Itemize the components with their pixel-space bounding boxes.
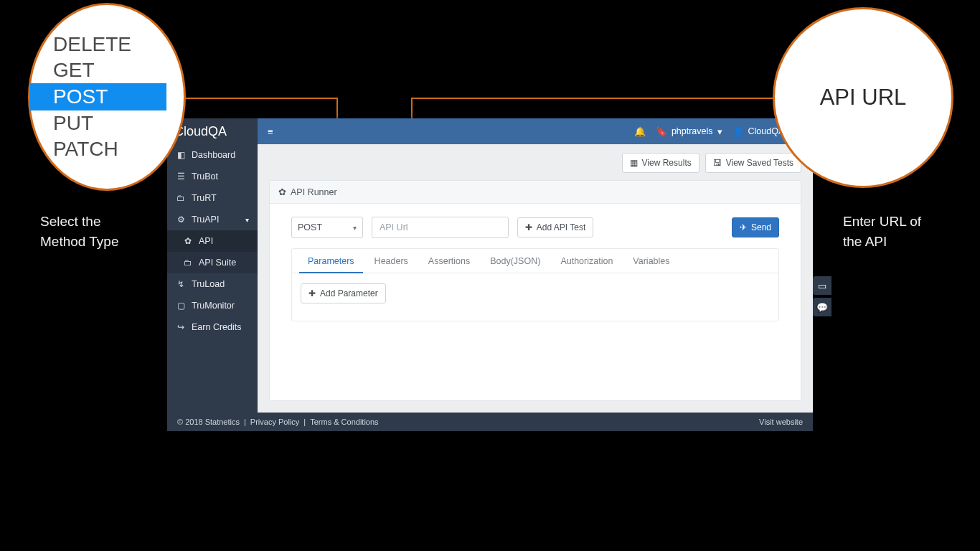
sidebar-label: Dashboard [192, 150, 235, 160]
notifications-button[interactable]: 🔔 [634, 126, 646, 137]
annotation-method: Select the Method Type [40, 212, 162, 251]
api-runner-panel: ✿ API Runner POST ▾ ✚Add API Test [269, 180, 801, 401]
app-window: CloudQA ◧Dashboard ☰TruBot 🗀TruRT ⚙TruAP… [167, 118, 813, 431]
calendar-icon: ▦ [630, 158, 638, 168]
btn-label: Add Parameter [320, 288, 378, 298]
gear-icon: ✿ [183, 236, 193, 246]
method-callout-circle: DELETE GET POST PUT PATCH [28, 3, 186, 191]
sidebar-item-truload[interactable]: ↯TruLoad [167, 273, 258, 295]
tab-headers[interactable]: Headers [366, 249, 417, 273]
share-arrow-icon: ↪ [176, 322, 186, 332]
save-icon: 🖫 [713, 158, 722, 168]
note-icon: ▭ [818, 281, 826, 291]
gear-icon: ✿ [278, 187, 286, 197]
view-results-button[interactable]: ▦View Results [622, 153, 699, 173]
sidebar-item-api[interactable]: ✿API [167, 230, 258, 252]
request-config-panel: Parameters Headers Assertions Body(JSON)… [291, 248, 779, 321]
tab-parameters[interactable]: Parameters [299, 249, 363, 273]
method-value: POST [298, 222, 322, 232]
sidebar-label: TruBot [192, 171, 218, 182]
monitor-icon: ▢ [176, 301, 186, 311]
tab-variables[interactable]: Variables [624, 249, 678, 273]
footer-visit-link[interactable]: Visit website [759, 418, 803, 426]
bell-icon: 🔔 [634, 126, 646, 137]
footer-copyright: © 2018 Statnetics [177, 418, 240, 426]
footer: © 2018 Statnetics | Privacy Policy | Ter… [167, 413, 813, 431]
side-tab-notes[interactable]: ▭ [813, 276, 831, 295]
sidebar: CloudQA ◧Dashboard ☰TruBot 🗀TruRT ⚙TruAP… [167, 118, 258, 413]
briefcase-icon: 🗀 [176, 193, 186, 203]
tab-body-json[interactable]: Body(JSON) [481, 249, 549, 273]
sidebar-item-truapi[interactable]: ⚙TruAPI▾ [167, 209, 258, 230]
connector-line [411, 98, 781, 99]
tab-assertions[interactable]: Assertions [420, 249, 479, 273]
sidebar-item-trurt[interactable]: 🗀TruRT [167, 187, 258, 209]
user-icon: 👤 [732, 126, 744, 137]
project-name: phptravels [672, 126, 713, 136]
menu-toggle-button[interactable]: ≡ [268, 126, 273, 137]
chat-icon: 💬 [816, 302, 828, 313]
method-option-post: POST [30, 83, 166, 110]
sidebar-label: TruMonitor [192, 301, 235, 311]
btn-label: Send [751, 222, 771, 232]
url-callout-circle: API URL [773, 7, 953, 188]
connector-line [185, 98, 337, 99]
add-parameter-button[interactable]: ✚Add Parameter [301, 283, 386, 303]
sidebar-item-earn-credits[interactable]: ↪Earn Credits [167, 316, 258, 338]
tab-authorization[interactable]: Authorization [552, 249, 621, 273]
view-saved-tests-button[interactable]: 🖫View Saved Tests [705, 153, 801, 173]
sidebar-label: Earn Credits [192, 322, 241, 332]
sidebar-item-trubot[interactable]: ☰TruBot [167, 166, 258, 187]
http-method-select[interactable]: POST ▾ [291, 217, 363, 238]
sidebar-label: TruRT [192, 193, 217, 203]
sidebar-item-trumonitor[interactable]: ▢TruMonitor [167, 295, 258, 316]
sidebar-label: TruAPI [192, 215, 219, 225]
caret-down-icon: ▾ [353, 224, 357, 232]
method-option-get: GET [53, 57, 184, 83]
chevron-down-icon: ▾ [245, 216, 249, 224]
sidebar-label: API [199, 236, 213, 246]
btn-label: View Saved Tests [726, 158, 793, 168]
btn-label: Add API Test [537, 222, 586, 232]
sidebar-item-api-suite[interactable]: 🗀API Suite [167, 252, 258, 273]
sidebar-label: API Suite [199, 258, 236, 268]
suite-icon: 🗀 [183, 258, 193, 268]
annotation-url: Enter URL of the API [843, 212, 965, 251]
send-icon: ✈ [740, 222, 747, 232]
sidebar-label: TruLoad [192, 279, 225, 289]
side-float-tabs: ▭ 💬 [813, 276, 831, 316]
plus-icon: ✚ [525, 222, 532, 232]
project-switcher[interactable]: 🔖phptravels ▾ [656, 126, 722, 137]
add-api-test-button[interactable]: ✚Add API Test [517, 217, 594, 237]
chevron-down-icon: ▾ [717, 126, 722, 137]
method-option-patch: PATCH [53, 136, 184, 162]
footer-privacy-link[interactable]: Privacy Policy [250, 418, 299, 426]
method-option-delete: DELETE [53, 32, 184, 57]
method-option-put: PUT [53, 110, 184, 136]
url-callout-label: API URL [820, 85, 907, 110]
side-tab-chat[interactable]: 💬 [813, 298, 831, 316]
btn-label: View Results [642, 158, 692, 168]
bookmark-icon: 🔖 [656, 126, 667, 137]
list-icon: ☰ [176, 171, 186, 182]
send-button[interactable]: ✈Send [732, 217, 779, 237]
panel-title: ✿ API Runner [270, 181, 801, 204]
plus-icon: ✚ [308, 288, 316, 298]
share-icon: ⚙ [176, 215, 186, 225]
panel-title-text: API Runner [291, 187, 337, 197]
api-url-input[interactable] [372, 217, 509, 238]
bolt-icon: ↯ [176, 279, 186, 289]
topbar: ≡ 🔔 🔖phptravels ▾ 👤CloudQA Den [258, 118, 813, 144]
footer-terms-link[interactable]: Terms & Conditions [310, 418, 378, 426]
hamburger-icon: ≡ [268, 126, 273, 137]
